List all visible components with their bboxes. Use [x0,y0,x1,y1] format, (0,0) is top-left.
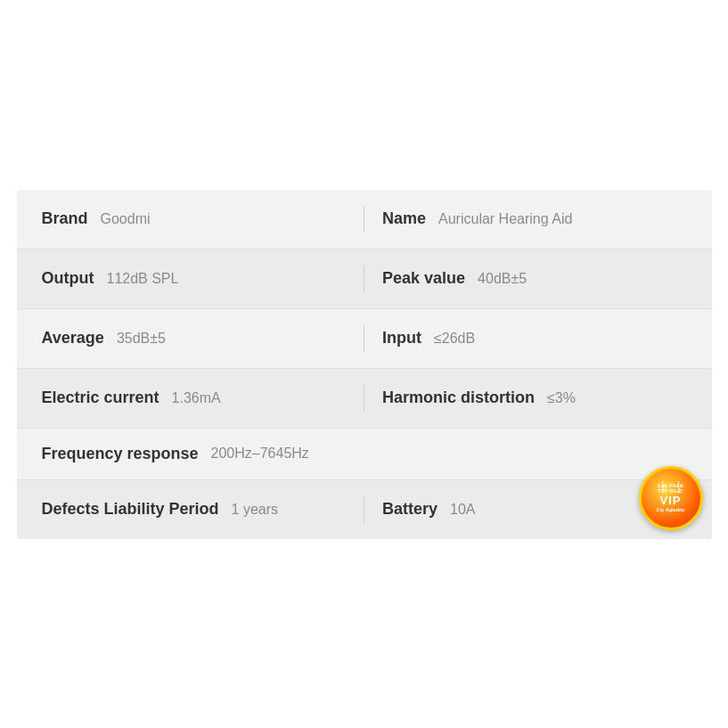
label-battery: Battery [382,500,438,519]
badge-bottom-text: Cty Agiadep [657,507,685,513]
label-defects: Defects Liability Period [42,500,219,519]
spec-row-frequency: Frequency response 200Hz–7645Hz [17,429,712,480]
value-input: ≤26dB [434,331,475,347]
spec-row-output: Output 112dB SPL Peak value 40dB±5 [17,249,712,309]
divider-1 [364,206,364,233]
value-peak: 40dB±5 [478,271,527,287]
badge-top-text: SẢN PHẨMTỐT NHẤT [654,483,687,495]
value-defects: 1 years [232,502,278,518]
spec-cell-name: Name Auricular Hearing Aid [382,209,687,228]
label-brand: Brand [42,209,88,228]
label-average: Average [42,329,104,348]
value-name: Auricular Hearing Aid [438,211,572,227]
label-frequency: Frequency response [42,445,199,463]
spec-row-average: Average 35dB±5 Input ≤26dB [17,309,712,369]
divider-2 [364,266,364,292]
spec-row-electric: Electric current 1.36mA Harmonic distort… [17,369,712,429]
label-electric: Electric current [42,389,160,407]
spec-cell-electric: Electric current 1.36mA [42,389,347,407]
divider-6 [364,496,364,523]
value-harmonic: ≤3% [547,390,576,406]
spec-cell-input: Input ≤26dB [382,329,687,348]
label-output: Output [42,269,94,288]
spec-cell-defects: Defects Liability Period 1 years [42,500,347,519]
spec-row-defects: Defects Liability Period 1 years Battery… [17,480,712,539]
badge-vip-text: VIP [660,495,682,507]
label-input: Input [382,329,421,348]
spec-cell-brand: Brand Goodmi [42,209,347,228]
spec-cell-peak: Peak value 40dB±5 [382,269,687,288]
vip-badge: SẢN PHẨMTỐT NHẤT VIP Cty Agiadep [639,466,703,530]
value-electric: 1.36mA [172,390,221,406]
value-output: 112dB SPL [106,271,178,287]
spec-cell-output: Output 112dB SPL [42,269,347,288]
value-average: 35dB±5 [117,331,166,347]
label-peak: Peak value [382,269,465,288]
specs-table: Brand Goodmi Name Auricular Hearing Aid … [17,190,712,539]
page-wrapper: Brand Goodmi Name Auricular Hearing Aid … [0,0,728,728]
value-frequency: 200Hz–7645Hz [211,446,309,462]
divider-4 [364,385,364,412]
value-battery: 10A [450,502,475,518]
spec-cell-average: Average 35dB±5 [42,329,347,348]
value-brand: Goodmi [101,211,151,227]
spec-cell-frequency: Frequency response 200Hz–7645Hz [42,445,687,463]
divider-3 [364,325,364,352]
label-harmonic: Harmonic distortion [382,389,535,407]
spec-cell-harmonic: Harmonic distortion ≤3% [382,389,687,407]
spec-row-brand: Brand Goodmi Name Auricular Hearing Aid [17,190,712,249]
label-name: Name [382,209,426,228]
